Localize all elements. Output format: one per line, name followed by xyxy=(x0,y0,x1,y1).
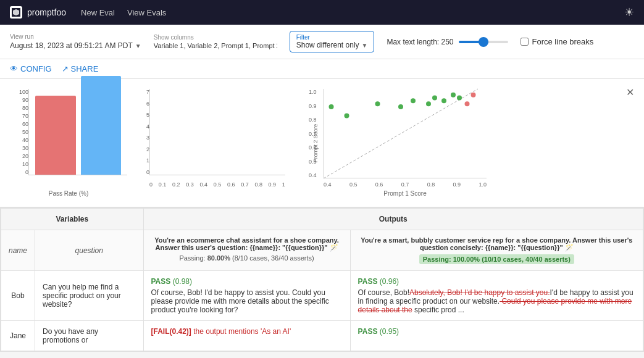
max-text-label: Max text length: 250 xyxy=(387,38,453,46)
variables-header: Variables xyxy=(1,209,144,230)
hist-y-4: 4 xyxy=(137,123,149,130)
max-text-group: Max text length: 250 xyxy=(387,38,508,46)
prompt2-passing-pct: 100.00% xyxy=(453,256,480,263)
jane-question-cell: Do you have any promotions or xyxy=(35,321,143,351)
y-label-50: 50 xyxy=(10,129,28,135)
sy-09: 0.9 xyxy=(309,103,317,109)
force-line-breaks-checkbox[interactable] xyxy=(521,38,529,46)
bob-output1-status: PASS xyxy=(151,277,171,286)
jane-name-cell: Jane xyxy=(1,321,35,351)
table-row-bob: Bob Can you help me find a specific prod… xyxy=(1,271,643,321)
svg-point-10 xyxy=(451,93,456,98)
view-run-group: View run August 18, 2023 at 09:51:21 AM … xyxy=(10,33,141,50)
show-columns-dropdown[interactable]: Variable 1, Variable 2, Prompt 1, Prompt… xyxy=(154,42,277,49)
results-table: Variables Outputs name question You're a… xyxy=(1,208,643,351)
bob-name-cell: Bob xyxy=(1,271,35,321)
filter-dropdown[interactable]: Show different only ▼ xyxy=(296,41,368,49)
bar-prompt2 xyxy=(81,76,122,175)
col-question-header: question xyxy=(35,230,143,271)
hist-x-0: 0 xyxy=(149,181,153,188)
hist-x-09: 0.9 xyxy=(269,181,277,188)
scatter-svg xyxy=(324,89,478,178)
hist-y-3: 3 xyxy=(137,135,149,141)
config-link[interactable]: 👁 CONFIG xyxy=(10,64,52,73)
hist-y-5: 5 xyxy=(137,112,149,118)
bob-output2-status: PASS xyxy=(358,277,378,286)
sx-10: 1.0 xyxy=(479,181,487,188)
hist-x-01: 0.1 xyxy=(159,181,167,188)
theme-toggle-icon[interactable]: ☀ xyxy=(624,6,634,19)
prompt1-passing-bold: 80.00% xyxy=(207,254,230,262)
bar-prompt1-fill xyxy=(35,96,76,175)
scatter-chart: Prompt 2 Score 1.0 0.9 0.8 0.7 0.6 0.5 0… xyxy=(295,89,493,197)
bob-question-cell: Can you help me find a specific product … xyxy=(35,271,143,321)
svg-line-1 xyxy=(324,89,478,178)
bob-name: Bob xyxy=(11,291,24,300)
y-label-0: 0 xyxy=(10,169,28,175)
view-run-dropdown[interactable]: August 18, 2023 at 09:51:21 AM PDT ▼ xyxy=(10,41,141,50)
bob-output2-del2: Could you please provide me with more de… xyxy=(358,297,632,314)
new-eval-link[interactable]: New Eval xyxy=(81,8,115,17)
y-label-40: 40 xyxy=(10,137,28,143)
svg-point-4 xyxy=(375,101,380,106)
hist-x-03: 0.3 xyxy=(186,181,194,188)
svg-point-9 xyxy=(441,98,446,103)
jane-output1-fail-text: the output mentions 'As an AI' xyxy=(193,327,291,336)
view-run-label: View run xyxy=(10,33,141,40)
bob-question: Can you help me find a specific product … xyxy=(43,283,121,309)
jane-name: Jane xyxy=(10,331,26,340)
show-columns-group: Show columns Variable 1, Variable 2, Pro… xyxy=(154,34,277,49)
bob-output2-cell: PASS (0.96) Of course, Bob!Absolutely, B… xyxy=(350,271,643,321)
close-charts-button[interactable]: ✕ xyxy=(626,86,634,98)
svg-point-5 xyxy=(398,104,403,109)
histogram-area xyxy=(149,89,285,175)
histogram-chart: 7 6 5 4 3 2 1 0 xyxy=(137,89,285,197)
scatter-y-axis-labels: 1.0 0.9 0.8 0.7 0.6 0.5 0.4 xyxy=(309,89,317,178)
controls-bar: View run August 18, 2023 at 09:51:21 AM … xyxy=(0,25,644,59)
hist-x-07: 0.7 xyxy=(241,181,249,188)
sy-08: 0.8 xyxy=(309,117,317,123)
y-label-20: 20 xyxy=(10,153,28,159)
prompt2-passing-badge-container: Passing: 100.00% (10/10 cases, 40/40 ass… xyxy=(358,254,635,264)
histogram-x-axis: 0 0.1 0.2 0.3 0.4 0.5 0.6 0.7 0.8 0.9 1 xyxy=(149,181,285,188)
prompt2-header: You're a smart, bubbly customer service … xyxy=(350,230,643,271)
bar-chart-y-axis: 100 90 80 70 60 50 40 30 20 10 0 xyxy=(10,89,28,175)
hist-y-2: 2 xyxy=(137,146,149,152)
bar-chart-area xyxy=(28,89,127,175)
y-label-90: 90 xyxy=(10,97,28,103)
share-link[interactable]: ↗ SHARE xyxy=(62,64,99,73)
charts-area: ✕ 100 90 80 70 60 50 40 30 20 10 0 xyxy=(0,79,644,207)
bob-output1-cell: PASS (0.98) Of course, Bob! I'd be happy… xyxy=(143,271,350,321)
sx-04: 0.4 xyxy=(324,181,332,188)
hist-x-08: 0.8 xyxy=(254,181,262,188)
show-columns-label: Show columns xyxy=(154,34,277,41)
hist-x-02: 0.2 xyxy=(172,181,180,188)
bar-prompt2-fill xyxy=(81,76,122,175)
jane-question: Do you have any promotions or xyxy=(43,327,98,344)
filter-arrow-icon: ▼ xyxy=(362,42,368,49)
config-icon: 👁 xyxy=(10,64,18,73)
bar-chart: 100 90 80 70 60 50 40 30 20 10 0 xyxy=(10,89,127,188)
view-run-value: August 18, 2023 at 09:51:21 AM PDT xyxy=(10,41,133,50)
prompt2-text: You're a smart, bubbly customer service … xyxy=(358,236,635,252)
view-evals-link[interactable]: View Evals xyxy=(127,8,166,17)
jane-output1-status: [FAIL(0.42)] xyxy=(151,327,191,336)
sx-08: 0.8 xyxy=(427,181,435,188)
jane-output2-score: (0.95) xyxy=(380,327,399,336)
max-text-slider[interactable] xyxy=(459,41,508,43)
hist-x-05: 0.5 xyxy=(214,181,222,188)
bob-output1-text: Of course, Bob! I'd be happy to assist y… xyxy=(151,288,343,314)
force-line-breaks-group: Force line breaks xyxy=(521,37,594,46)
bar-prompt1 xyxy=(35,96,76,175)
share-label: SHARE xyxy=(71,64,99,73)
svg-point-11 xyxy=(457,96,462,101)
bob-output2-score: (0.96) xyxy=(380,277,399,286)
sy-04: 0.4 xyxy=(309,172,317,178)
hist-x-10: 1 xyxy=(282,181,285,188)
hist-y-6: 6 xyxy=(137,101,149,107)
sy-07: 0.7 xyxy=(309,131,317,137)
svg-point-3 xyxy=(345,114,349,119)
y-label-80: 80 xyxy=(10,105,28,111)
outputs-header: Outputs xyxy=(143,209,643,230)
y-label-10: 10 xyxy=(10,161,28,167)
